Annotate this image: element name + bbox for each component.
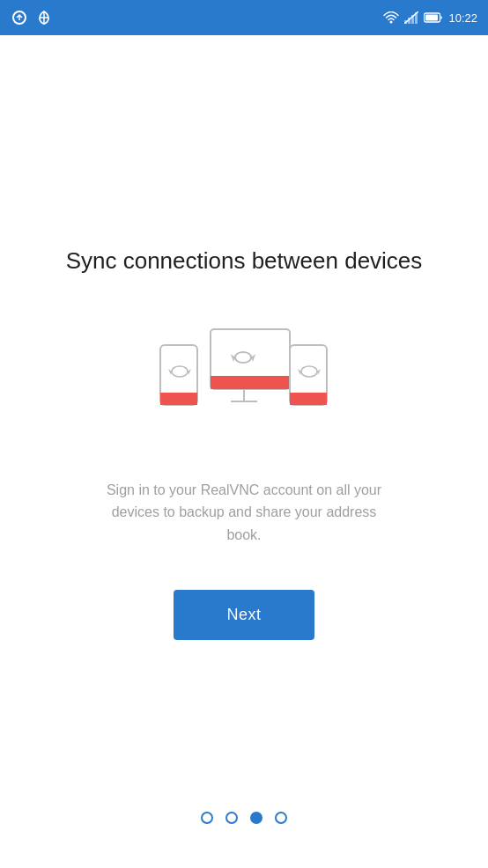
svg-rect-8 xyxy=(425,15,438,21)
main-content: Sync connections between devices xyxy=(0,35,488,868)
page-title: Sync connections between devices xyxy=(66,246,423,276)
dot-4[interactable] xyxy=(275,812,287,824)
dot-1[interactable] xyxy=(201,812,213,824)
pagination-dots xyxy=(0,812,488,824)
svg-rect-20 xyxy=(290,393,327,405)
signal-icon xyxy=(404,11,418,24)
svg-rect-12 xyxy=(211,376,290,389)
svg-point-1 xyxy=(390,21,393,24)
battery-icon xyxy=(424,12,443,23)
app-icon-1 xyxy=(11,9,28,26)
time-display: 10:22 xyxy=(448,11,477,25)
wifi-icon xyxy=(383,11,399,24)
dot-2[interactable] xyxy=(226,812,238,824)
dot-3[interactable] xyxy=(250,812,262,824)
app-icon-2 xyxy=(35,9,53,26)
next-button[interactable]: Next xyxy=(174,590,314,640)
description-text: Sign in to your RealVNC account on all y… xyxy=(94,479,394,547)
status-bar: 10:22 xyxy=(0,0,488,35)
sync-illustration xyxy=(156,320,332,435)
status-bar-left xyxy=(11,9,53,26)
svg-rect-16 xyxy=(160,393,197,405)
status-bar-right: 10:22 xyxy=(383,11,477,25)
